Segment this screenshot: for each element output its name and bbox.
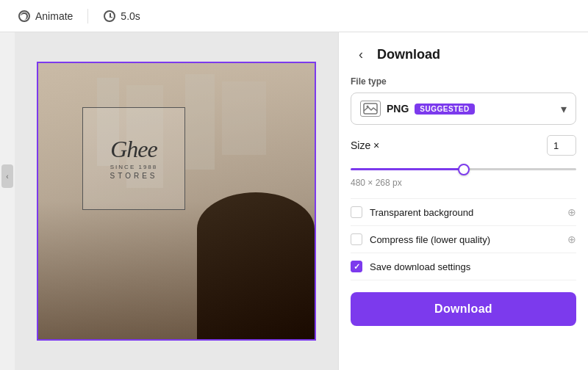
size-row: Size × — [351, 135, 576, 156]
save-settings-label: Save download settings — [370, 261, 576, 272]
dimensions-text: 480 × 268 px — [351, 178, 576, 188]
size-slider[interactable] — [351, 168, 576, 170]
toolbar-divider — [87, 9, 88, 23]
compress-file-label: Compress file (lower quality) — [370, 234, 567, 245]
size-input[interactable] — [547, 135, 576, 156]
save-settings-checkbox[interactable] — [351, 261, 362, 272]
logo-main-text: Ghee — [110, 137, 157, 161]
file-type-left: PNG SUGGESTED — [360, 101, 475, 117]
animate-icon — [18, 10, 31, 23]
file-type-label: File type — [351, 76, 576, 87]
transparent-bg-label: Transparent background — [370, 207, 567, 218]
save-settings-row: Save download settings — [351, 253, 576, 280]
transparent-bg-row: Transparent background ⊕ — [351, 198, 576, 225]
compress-file-checkbox[interactable] — [351, 233, 362, 245]
building-4 — [222, 81, 266, 155]
size-label: Size × — [351, 139, 379, 151]
canvas-area: Ghee SINCE 1988 STORES — [15, 32, 338, 370]
panel-title: Download — [377, 47, 440, 62]
compress-file-row: Compress file (lower quality) ⊕ — [351, 225, 576, 253]
png-icon — [360, 101, 381, 117]
dark-figure — [197, 192, 315, 339]
suggested-badge: SUGGESTED — [415, 104, 474, 115]
animate-button[interactable]: Animate — [9, 5, 82, 27]
sidebar-toggle[interactable]: ‹ — [1, 164, 13, 188]
transparent-bg-checkbox[interactable] — [351, 206, 362, 218]
compress-file-info-icon[interactable]: ⊕ — [567, 233, 576, 245]
toolbar: Animate 5.0s — [0, 0, 588, 32]
panel-header: ‹ Download — [351, 44, 576, 65]
canvas-frame: Ghee SINCE 1988 STORES — [37, 62, 316, 341]
chevron-down-icon: ▾ — [561, 102, 567, 116]
logo-since-text: SINCE 1988 — [110, 164, 157, 170]
left-sidebar: ‹ — [0, 32, 15, 370]
main-area: ‹ Ghee SINCE 1988 STORES ‹ Download — [0, 32, 588, 370]
logo-stores-text: STORES — [110, 172, 158, 180]
download-button-label: Download — [434, 302, 492, 315]
slider-container — [351, 160, 576, 173]
logo-box: Ghee SINCE 1988 STORES — [82, 107, 185, 210]
right-panel: ‹ Download File type PNG SUGGESTED ▾ Si — [338, 32, 588, 370]
animate-label: Animate — [35, 10, 73, 22]
file-type-dropdown[interactable]: PNG SUGGESTED ▾ — [351, 92, 576, 125]
clock-icon — [103, 10, 116, 23]
transparent-bg-info-icon[interactable]: ⊕ — [567, 206, 576, 218]
download-button[interactable]: Download — [351, 292, 576, 326]
building-3 — [185, 74, 215, 170]
duration-label: 5.0s — [121, 10, 140, 22]
back-icon: ‹ — [359, 47, 363, 62]
duration-button[interactable]: 5.0s — [94, 5, 148, 27]
file-type-value: PNG — [387, 103, 409, 115]
back-button[interactable]: ‹ — [351, 44, 371, 65]
